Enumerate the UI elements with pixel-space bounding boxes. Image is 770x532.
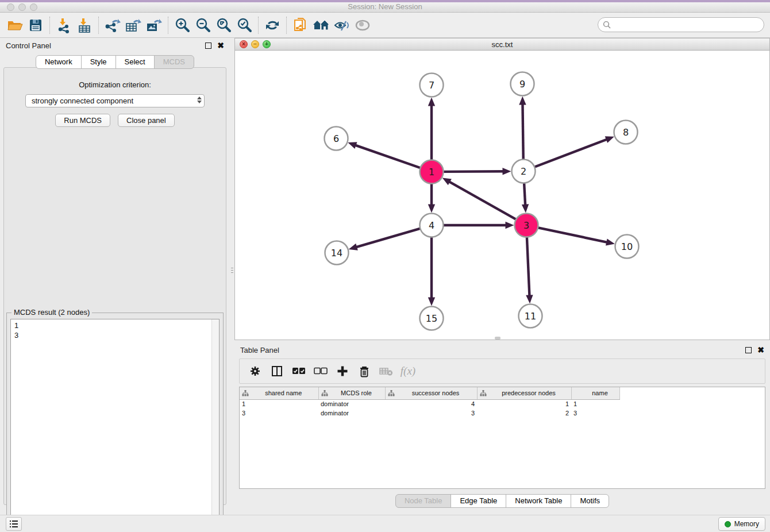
trash-icon [359,365,369,377]
close-panel-icon[interactable]: ✖ [217,43,224,49]
import-network-button[interactable] [53,16,74,35]
export-image-icon [145,17,163,33]
run-mcds-button[interactable]: Run MCDS [55,114,110,127]
mcds-result-text[interactable]: 13 [10,319,220,526]
column-header-predecessor-nodes[interactable]: predecessor nodes [477,387,571,399]
tab-node-table[interactable]: Node Table [395,494,452,508]
tab-edge-table[interactable]: Edge Table [451,494,506,508]
column-type-icon [480,390,487,396]
delete-column-button[interactable] [355,362,374,380]
function-builder-button[interactable]: f(x) [398,362,418,380]
show-graphics-details-button[interactable] [352,16,373,35]
close-table-panel-icon[interactable]: ✖ [757,347,764,353]
table-row[interactable]: 3dominator323 [240,408,619,418]
column-header-mcds-role[interactable]: MCDS role [318,387,385,399]
select-all-button[interactable] [289,362,309,380]
tab-network[interactable]: Network [36,55,82,69]
table-options-button[interactable] [245,362,265,380]
control-panel-titlebar: Control Panel ✖ [0,38,230,53]
search-box[interactable] [598,17,764,32]
edge-3-1[interactable] [448,181,518,220]
first-neighbors-button[interactable] [311,16,332,35]
node-label: 6 [333,133,339,144]
add-column-button[interactable] [333,362,352,380]
unselect-all-button[interactable] [311,362,330,380]
edge-arrow-icon [519,96,526,105]
network-canvas[interactable]: 7968124314101511 [235,51,769,340]
import-table-button[interactable] [74,16,95,35]
node-label: 1 [429,167,434,178]
tab-style[interactable]: Style [81,55,116,69]
export-network-button[interactable] [102,16,123,35]
edge-arrow-icon [502,168,511,175]
zoom-fit-button[interactable] [213,16,234,35]
table-cell[interactable]: 1 [477,399,571,408]
float-table-panel-icon[interactable] [745,347,752,353]
edge-3-11[interactable] [527,235,530,296]
table-cell[interactable]: 4 [385,399,477,408]
refresh-view-button[interactable] [262,16,283,35]
table-cell[interactable]: 2 [477,408,571,418]
edge-arrow-icon [428,298,435,306]
network-close-icon[interactable]: × [240,40,248,48]
tab-network-table[interactable]: Network Table [506,494,571,508]
gear-icon [249,365,261,377]
zoom-selected-button[interactable] [234,16,255,35]
list-icon [9,520,18,528]
control-panel-title: Control Panel [6,41,205,50]
network-maximize-icon[interactable]: + [263,40,271,48]
table-cell[interactable]: dominator [318,399,385,408]
network-window-title: scc.txt [492,40,513,49]
save-floppy-icon [29,18,43,32]
column-header-successor-nodes[interactable]: successor nodes [385,387,477,399]
edge-2-3[interactable] [524,181,525,206]
column-header-shared-name[interactable]: shared name [240,387,318,399]
edge-3-10[interactable] [536,228,608,242]
table-row[interactable]: 1dominator411 [240,399,619,408]
optimization-criterion-value: strongly connected component [32,97,133,105]
node-label: 7 [429,80,434,91]
edge-1-6[interactable] [355,145,422,168]
search-input[interactable] [611,19,764,30]
close-panel-button[interactable]: Close panel [118,114,175,127]
memory-label: Memory [734,520,759,528]
table-cell[interactable]: 1 [240,399,318,408]
edge-1-2[interactable] [441,171,504,172]
edge-2-8[interactable] [533,139,607,168]
float-panel-icon[interactable] [205,43,211,49]
result-scrollbar[interactable] [211,319,219,525]
column-type-icon [388,390,395,396]
split-pane-divider[interactable] [230,261,234,279]
hide-graphics-details-button[interactable] [332,16,352,35]
network-minimize-icon[interactable]: − [251,40,259,48]
tab-motifs[interactable]: Motifs [571,494,609,508]
export-table-button[interactable] [123,16,144,35]
eye-slash-icon [333,18,351,33]
zoom-in-button[interactable] [172,16,192,35]
column-type-icon [321,390,328,396]
optimization-criterion-select[interactable]: strongly connected component [25,94,205,107]
save-session-button[interactable] [25,16,46,35]
tab-mcds[interactable]: MCDS [154,55,194,69]
zoom-out-button[interactable] [192,16,213,35]
table-cell[interactable]: 3 [385,408,477,418]
export-image-button[interactable] [144,16,164,35]
table-cell[interactable]: 3 [571,408,619,418]
import-table-icon [77,17,92,33]
table-cell[interactable]: 3 [240,408,318,418]
open-session-button[interactable] [5,16,25,35]
eye-disabled-icon [354,18,371,33]
tab-select[interactable]: Select [116,55,155,69]
memory-button[interactable]: Memory [718,517,765,531]
edge-4-14[interactable] [355,228,422,248]
clone-network-button[interactable] [290,16,311,35]
network-hscrollbar[interactable] [495,337,500,340]
show-columns-button[interactable] [267,362,287,380]
task-history-button[interactable] [6,517,22,531]
node-label: 14 [331,248,342,259]
edge-2-9[interactable] [522,103,523,161]
table-cell[interactable]: 1 [571,399,619,408]
table-cell[interactable]: dominator [318,408,385,418]
delete-table-button[interactable] [376,362,396,380]
column-header-name[interactable]: name [571,387,619,399]
